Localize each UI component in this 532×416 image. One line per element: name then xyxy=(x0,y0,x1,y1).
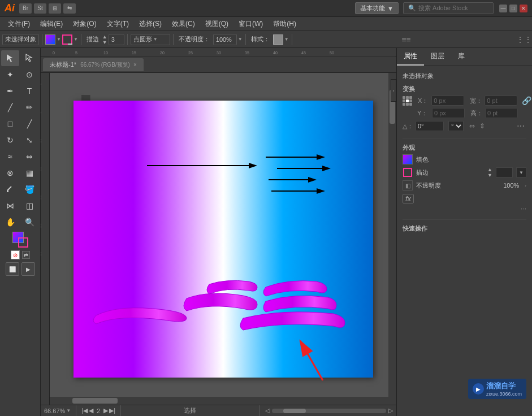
menu-view[interactable]: 视图(Q) xyxy=(201,18,233,31)
arrange-icon[interactable]: ⇆ xyxy=(63,3,76,14)
zoom-slider-thumb[interactable] xyxy=(283,409,306,413)
menu-file[interactable]: 文件(F) xyxy=(3,18,34,31)
menu-window[interactable]: 窗口(W) xyxy=(234,18,267,31)
shear-tool[interactable]: ╱ xyxy=(20,116,38,132)
mesh-tool[interactable]: ⋈ xyxy=(1,198,19,214)
height-value-input[interactable] xyxy=(485,108,518,118)
screen-mode-btn[interactable]: ⬜ xyxy=(6,262,19,276)
menu-help[interactable]: 帮助(H) xyxy=(269,18,301,31)
opacity-input[interactable]: 100% xyxy=(213,34,237,45)
select-tool[interactable] xyxy=(1,50,19,66)
horizontal-scrollbar[interactable] xyxy=(50,397,388,405)
scale-tool[interactable]: ⤡ xyxy=(20,132,38,148)
stroke-color-dropdown[interactable]: ▼ xyxy=(519,170,524,175)
swap-colors-btn[interactable]: ⇄ xyxy=(22,251,30,259)
link-proportional-icon[interactable]: 🔗 xyxy=(522,96,531,105)
menu-effect[interactable]: 效果(C) xyxy=(167,18,200,31)
opacity-more-arrow[interactable]: › xyxy=(525,183,526,188)
first-page-btn[interactable]: |◀ xyxy=(81,407,88,414)
lasso-tool[interactable]: ⊙ xyxy=(20,67,38,83)
style-swatch[interactable] xyxy=(273,34,283,45)
color-swatches xyxy=(1,231,39,249)
transform-more-btn[interactable]: ⋯ xyxy=(515,120,526,132)
adobe-stock-search[interactable]: 🔍 搜索 Adobe Stock xyxy=(403,2,494,14)
fill-color-box[interactable] xyxy=(45,34,55,45)
zoom-slider[interactable] xyxy=(272,409,386,413)
tab-close-button[interactable]: × xyxy=(133,62,137,68)
magic-wand-tool[interactable]: ✦ xyxy=(1,67,19,83)
panel-collapse-btn[interactable]: › xyxy=(391,79,396,102)
type-tool[interactable]: T xyxy=(20,83,38,99)
layout-icon[interactable]: ⊞ xyxy=(49,3,61,14)
style-arrow[interactable]: ▼ xyxy=(284,37,289,42)
stroke-weight-display[interactable] xyxy=(496,167,513,177)
toolbar-overflow[interactable]: ⋮⋮ xyxy=(518,34,530,45)
y-value-input[interactable] xyxy=(432,108,465,118)
stroke-size-up[interactable]: ▲▼ xyxy=(487,167,492,178)
fill-dropdown-arrow[interactable]: ▼ xyxy=(57,37,61,42)
flip-vertical-icon[interactable]: ⇕ xyxy=(479,122,485,130)
next-page-btn[interactable]: ▶ xyxy=(103,407,108,414)
zoom-out-icon[interactable]: ▷ xyxy=(388,407,393,414)
zoom-tool[interactable]: 🔍 xyxy=(20,214,38,230)
grid-dot xyxy=(403,103,405,106)
direct-select-tool[interactable] xyxy=(20,50,38,66)
minimize-button[interactable]: — xyxy=(499,5,507,12)
angle-dropdown[interactable]: ° xyxy=(448,121,464,131)
hand-tool[interactable]: ✋ xyxy=(1,214,19,230)
gradient-tool[interactable]: ◫ xyxy=(20,198,38,214)
menu-edit[interactable]: 编辑(E) xyxy=(36,18,67,31)
appearance-more-btn[interactable]: ··· xyxy=(521,205,526,213)
transform-reference-grid[interactable] xyxy=(403,96,412,106)
foreground-background-colors[interactable] xyxy=(12,232,28,248)
pencil-tool[interactable]: ✏ xyxy=(20,99,38,115)
flip-horizontal-icon[interactable]: ⇔ xyxy=(469,122,475,130)
workspace-selector[interactable]: 基本功能 ▼ xyxy=(355,2,399,14)
horizontal-scroll-thumb[interactable] xyxy=(72,398,118,404)
line-tool[interactable]: ╱ xyxy=(1,99,19,115)
menu-select[interactable]: 选择(S) xyxy=(135,18,166,31)
x-value-input[interactable] xyxy=(431,96,464,106)
width-value-input[interactable] xyxy=(485,96,517,106)
toolbar-more-options[interactable]: ≡≡ xyxy=(400,34,412,45)
zoom-in-icon[interactable]: ◁ xyxy=(265,407,270,414)
stroke-shape-select[interactable]: 点圆形 ▼ xyxy=(131,34,170,45)
canvas-area: 0 5 10 15 20 25 30 35 40 45 50 未标题-1* xyxy=(41,48,396,416)
menu-object[interactable]: 对象(O) xyxy=(68,18,101,31)
last-page-btn[interactable]: ▶| xyxy=(109,407,115,414)
stroke-color-box[interactable]: ▼ xyxy=(516,167,526,177)
chart-tool[interactable]: ▦ xyxy=(20,165,38,181)
stroke-dropdown-arrow[interactable]: ▼ xyxy=(73,37,78,42)
stroke-weight-input[interactable]: 3 xyxy=(109,34,124,45)
tab-layers[interactable]: 图层 xyxy=(424,48,451,66)
stroke-preview[interactable] xyxy=(403,167,413,177)
fill-color-swatch[interactable]: ▼ xyxy=(45,34,61,45)
rect-tool[interactable]: □ xyxy=(1,116,19,132)
stroke-icon[interactable] xyxy=(62,34,72,45)
none-color-box[interactable]: ⊘ xyxy=(11,250,20,259)
stock-icon[interactable]: St xyxy=(34,3,46,14)
blend-tool[interactable]: ⊗ xyxy=(1,165,19,181)
tab-properties[interactable]: 属性 xyxy=(397,48,424,66)
vertical-scrollbar[interactable] xyxy=(388,73,396,405)
prev-page-btn[interactable]: ◀ xyxy=(89,407,93,414)
rotate-tool[interactable]: ↻ xyxy=(1,132,19,148)
status-bar: 66.67% ▼ |◀ ◀ 2 ▶ ▶| 选择 ◁ ▷ xyxy=(41,405,396,416)
maximize-button[interactable]: □ xyxy=(509,5,517,12)
width-tool[interactable]: ⇔ xyxy=(20,149,38,164)
opacity-dropdown-arrow[interactable]: ▼ xyxy=(238,37,243,42)
zoom-dropdown-arrow[interactable]: ▼ xyxy=(66,408,71,413)
paint-bucket-tool[interactable]: 🪣 xyxy=(20,181,38,197)
angle-input[interactable] xyxy=(416,121,444,131)
stroke-spinup[interactable]: ▲▼ xyxy=(102,34,107,45)
tab-library[interactable]: 库 xyxy=(451,48,472,66)
warp-tool[interactable]: ≈ xyxy=(1,149,19,164)
pen-tool[interactable]: ✒ xyxy=(1,83,19,99)
fill-color-preview[interactable] xyxy=(403,154,413,164)
draw-mode-btn[interactable]: ▶ xyxy=(21,262,35,276)
menu-type[interactable]: 文字(T) xyxy=(102,18,133,31)
document-tab[interactable]: 未标题-1* 66.67% (RGB/预览) × xyxy=(43,58,144,71)
close-button[interactable]: ✕ xyxy=(520,5,527,12)
eyedropper-tool[interactable] xyxy=(1,181,19,197)
bridge-icon[interactable]: Br xyxy=(19,3,32,14)
